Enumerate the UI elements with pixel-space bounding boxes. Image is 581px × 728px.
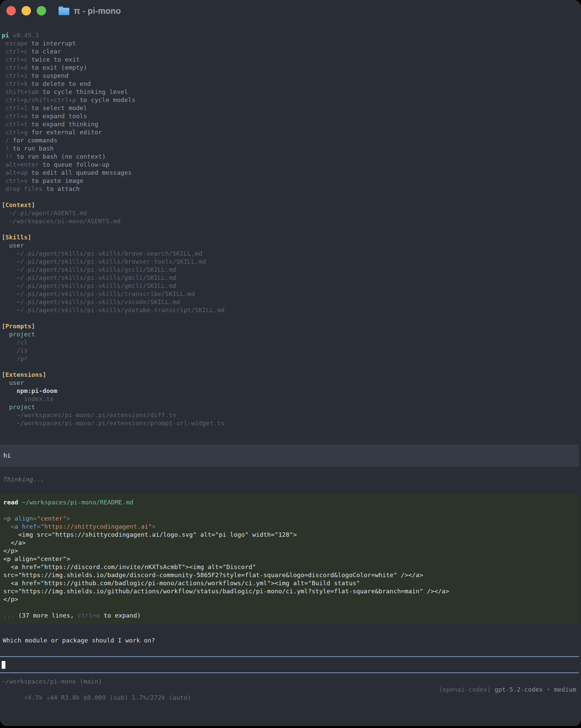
blank-line [3,603,579,612]
tool-call-read: read ~/workspaces/pi-mono/README.md <p a… [0,494,579,624]
section-heading: [Context] [2,201,581,209]
section-row: ~/.pi/agent/skills/pi-skills/gdcli/SKILL… [2,274,581,282]
section-row: user [2,241,581,250]
section-row: ~/.pi/agent/skills/pi-skills/gccli/SKILL… [2,266,581,274]
help-line: ctrl+c twice to exit [2,56,581,63]
section-row: project [2,330,581,338]
help-line: ctrl+p/shift+ctrl+p to cycle models [2,96,581,104]
code-line: src="https://img.shields.io/badge/discor… [3,571,579,579]
help-line: shift+tab to cycle thinking level [2,88,581,96]
section-row: project [2,403,581,411]
section-row: ~/.pi/agent/skills/pi-skills/youtube-tra… [2,306,581,314]
reasoning-level: medium [554,686,576,693]
section-heading: [Extensions] [2,371,581,379]
section-row: user [2,379,581,387]
help-line: ctrl+o to expand tools [2,112,581,120]
section-row: ~/.pi/agent/skills/pi-skills/brave-searc… [2,250,581,258]
help-line: ! to run bash [2,145,581,153]
input-divider-bottom [0,672,579,673]
blank-line [3,506,579,515]
help-line: ctrl+k to delete to end [2,80,581,88]
tool-output-preview: <p align="center"> <a href="https://shit… [3,515,579,603]
code-line: </p> [3,547,579,555]
titlebar: π - pi-mono [0,0,581,22]
help-line: ctrl+v to paste image [2,177,581,185]
assistant-message: Which module or package should I work on… [3,636,155,645]
code-line: src="https://img.shields.io/github/actio… [3,587,579,595]
help-line: alt+up to edit all queued messages [2,169,581,177]
desktop: { "window": { "title": "π - pi-mono" }, … [0,0,581,728]
minimize-window-button[interactable] [22,6,31,16]
help-line: drop files to attach [2,185,581,193]
code-line: </a> [3,539,579,547]
terminal-content: pi v0.49.3 escape to interrupt ctrl+c to… [2,31,581,427]
window-controls [0,6,46,16]
code-line: <p align="center"> [3,515,579,523]
help-line: ctrl+d to exit (empty) [2,63,581,72]
app-banner: pi v0.49.3 [2,31,581,40]
blank-line [2,314,581,322]
token-cost-stats: ↑4.7k ↓44 R3.8k $0.009 (sub) 1.7%/272k (… [24,694,191,701]
model-info: (openai-codex) gpt-5.2-codex • medium [439,685,576,694]
help-line: escape to interrupt [2,40,581,48]
section-row: ~/.pi/agent/skills/pi-skills/vscode/SKIL… [2,298,581,306]
section-row: ~/workspaces/pi-mono/.pi/extensions/prom… [2,419,581,427]
section-row: index.ts [2,395,581,403]
session-stats-row: ↑4.7k ↓44 R3.8k $0.009 (sub) 1.7%/272k (… [2,685,579,694]
truncation-notice: ... (37 more lines, ctrl+o to expand) [3,612,579,620]
section-row: ~/workspaces/pi-mono/.pi/extensions/diff… [2,411,581,419]
tool-arg-path: ~/workspaces/pi-mono/README.md [22,499,133,506]
model-name: gpt-5.2-codex [495,686,543,693]
section-row: npm:pi-doom [2,387,581,395]
app-version: v0.49.3 [13,32,39,39]
section-heading: [Prompts] [2,322,581,330]
shortcut-help-list: escape to interrupt ctrl+c to clear ctrl… [2,40,581,193]
user-message: hi [0,444,579,467]
help-line: ctrl+g for external editor [2,128,581,136]
help-line: ctrl+c to clear [2,48,581,56]
text-cursor [2,661,5,669]
section-row: /cl [2,338,581,346]
code-line: <a href="https://shittycodingagent.ai"> [3,523,579,531]
prompt-input[interactable] [0,657,579,672]
code-line: </p> [3,595,579,603]
section-row: ~/.pi/agent/AGENTS.md [2,209,581,217]
code-line: <p align="center"> [3,555,579,563]
section-row: ~/workspaces/pi-mono/AGENTS.md [2,217,581,225]
terminal-window: π - pi-mono pi v0.49.3 escape to interru… [0,0,581,726]
tool-name: read [3,499,18,506]
user-message-text: hi [3,451,579,460]
status-bar: ~/workspaces/pi-mono (main) ↑4.7k ↓44 R3… [2,677,579,694]
close-window-button[interactable] [6,6,16,16]
blank-line [2,225,581,233]
blank-line [2,363,581,371]
section-row: ~/.pi/agent/skills/pi-skills/transcribe/… [2,290,581,298]
section-row: /is [2,346,581,355]
help-line: ctrl+t to expand thinking [2,120,581,128]
thinking-indicator: Thinking... [3,475,44,484]
help-line: ctrl+z to suspend [2,72,581,80]
tool-call-header: read ~/workspaces/pi-mono/README.md [3,498,579,506]
section-row: ~/.pi/agent/skills/pi-skills/browser-too… [2,258,581,266]
code-line: <img src="https://shittycodingagent.ai/l… [3,531,579,539]
maximize-window-button[interactable] [37,6,46,16]
folder-icon [58,6,69,15]
startup-sections: [Context] ~/.pi/agent/AGENTS.md ~/worksp… [2,193,581,427]
help-line: / for commands [2,136,581,145]
section-row: /pr [2,355,581,363]
app-name: pi [2,32,9,39]
blank-line [2,193,581,201]
help-line: alt+enter to queue follow-up [2,161,581,169]
cwd-and-branch: ~/workspaces/pi-mono (main) [2,677,579,685]
code-line: <a href="https://github.com/badlogic/pi-… [3,579,579,587]
window-title: π - pi-mono [74,6,121,16]
help-line: ctrl+l to select model [2,104,581,112]
provider-name: (openai-codex) [439,686,491,693]
code-line: <a href="https://discord.com/invite/nKXT… [3,563,579,571]
section-heading: [Skills] [2,233,581,241]
separator-dot: • [547,686,550,693]
section-row: ~/.pi/agent/skills/pi-skills/gmcli/SKILL… [2,282,581,290]
help-line: !! to run bash (no context) [2,153,581,161]
